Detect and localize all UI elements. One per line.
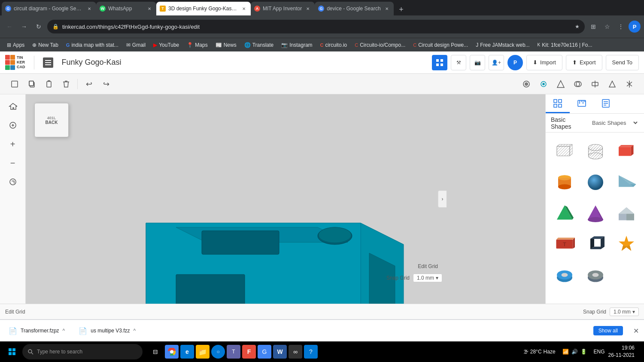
canvas-area[interactable]: 401L BACK bbox=[26, 94, 545, 304]
notes-tab[interactable] bbox=[594, 94, 618, 113]
chrome2-taskbar[interactable]: G bbox=[258, 345, 271, 359]
panel-collapse-arrow[interactable]: › bbox=[438, 190, 447, 208]
shape-wedge[interactable] bbox=[613, 169, 640, 196]
close-downloads-button[interactable]: ✕ bbox=[633, 327, 639, 335]
back-button[interactable]: ← bbox=[3, 21, 15, 33]
export-button[interactable]: ⬆ Export bbox=[566, 55, 602, 70]
bookmark-apps[interactable]: ⊞ Apps bbox=[3, 40, 28, 50]
files-taskbar[interactable]: 📁 bbox=[196, 345, 210, 359]
bookmark-news[interactable]: 📰 News bbox=[212, 40, 240, 50]
shape-box-solid[interactable] bbox=[613, 138, 640, 165]
help-app[interactable]: ? bbox=[304, 345, 318, 359]
align-button[interactable] bbox=[587, 76, 603, 92]
start-button[interactable] bbox=[3, 343, 21, 360]
send-to-button[interactable]: Send To bbox=[606, 55, 639, 70]
tab-circuit-diagram[interactable]: G circuit diagram - Google Search ✕ bbox=[2, 2, 96, 15]
tab-close-3[interactable]: ✕ bbox=[240, 5, 247, 12]
tab-app-inventor[interactable]: A MIT App Inventor ✕ bbox=[251, 2, 315, 15]
shape-star[interactable] bbox=[613, 230, 640, 258]
grid-view-button[interactable] bbox=[432, 55, 447, 70]
grid-tab[interactable] bbox=[546, 94, 570, 113]
extensions-icon[interactable]: ⊞ bbox=[587, 21, 599, 33]
shape-torus-2[interactable] bbox=[582, 261, 609, 289]
home-view-button[interactable] bbox=[4, 98, 21, 115]
new-tab-button[interactable]: + bbox=[395, 3, 407, 15]
edit-grid-label[interactable]: Edit Grid bbox=[5, 309, 25, 315]
unknown-app[interactable]: ∞ bbox=[289, 345, 302, 359]
show-all-button[interactable]: Show all bbox=[593, 326, 623, 335]
snap-point-button[interactable] bbox=[536, 76, 551, 92]
shape-sphere[interactable] bbox=[582, 169, 609, 196]
taskbar-search[interactable]: Type here to search bbox=[22, 344, 143, 359]
edge-taskbar[interactable]: e bbox=[180, 345, 194, 359]
battery-icon[interactable]: 🔋 bbox=[580, 349, 587, 355]
edit-grid-link[interactable]: Edit Grid bbox=[418, 263, 438, 269]
shape-cylinder-hole[interactable] bbox=[582, 138, 609, 165]
address-bar[interactable]: 🔒 tinkercad.com/things/c42fFtHxGgd-funky… bbox=[47, 20, 585, 33]
ruler-tab[interactable] bbox=[570, 94, 594, 113]
shape-roof[interactable] bbox=[613, 199, 640, 227]
boolean-button[interactable] bbox=[570, 76, 586, 92]
download-item-1[interactable]: 📄 Transformer.fzpz ^ bbox=[5, 325, 68, 337]
camera-button[interactable]: 📷 bbox=[470, 55, 485, 70]
object-info-button[interactable] bbox=[4, 173, 21, 190]
bookmark-circuit-power[interactable]: C Circuit design Powe... bbox=[410, 40, 471, 50]
tab-device-search[interactable]: G device - Google Search ✕ bbox=[315, 2, 393, 15]
bookmark-india-map[interactable]: G india map with stat... bbox=[63, 40, 122, 50]
f-app-taskbar[interactable]: F bbox=[242, 345, 256, 359]
paste-tool-button[interactable] bbox=[41, 76, 57, 92]
bookmark-instagram[interactable]: 📷 Instagram bbox=[278, 40, 316, 50]
bookmark-icon[interactable]: ☆ bbox=[601, 21, 613, 33]
viewport-cube[interactable]: 401L BACK bbox=[34, 103, 69, 137]
camera-view-button[interactable] bbox=[519, 76, 534, 92]
tab-close-5[interactable]: ✕ bbox=[383, 5, 390, 12]
fit-view-button[interactable] bbox=[4, 117, 21, 134]
undo-button[interactable]: ↩ bbox=[81, 76, 97, 92]
bookmark-youtube[interactable]: ▶ YouTube bbox=[150, 40, 182, 50]
shape-text[interactable]: T bbox=[551, 230, 578, 258]
shape-cone[interactable] bbox=[582, 199, 609, 227]
refresh-button[interactable]: ↻ bbox=[33, 21, 45, 33]
tab-close-1[interactable]: ✕ bbox=[86, 5, 93, 12]
bookmark-circuito-compo[interactable]: C Circuito-io/Compo... bbox=[351, 40, 409, 50]
zoom-out-button[interactable]: − bbox=[4, 154, 21, 172]
copy-tool-button[interactable] bbox=[24, 76, 39, 92]
cortana-taskbar[interactable]: ○ bbox=[211, 345, 225, 359]
redo-button[interactable]: ↪ bbox=[98, 76, 114, 92]
bookmark-kit[interactable]: K Kit: 1fce70e116 | Fo... bbox=[534, 40, 596, 50]
tab-close-4[interactable]: ✕ bbox=[304, 5, 311, 12]
design-tool-button[interactable]: ⚒ bbox=[451, 55, 466, 70]
tab-tinkercad[interactable]: T 3D design Funky Gogo-Kasi | Tin... ✕ bbox=[156, 2, 251, 15]
bookmark-jamstack[interactable]: J Free JAMstack web... bbox=[472, 40, 533, 50]
add-user-button[interactable]: 👤+ bbox=[489, 55, 504, 70]
tab-close-2[interactable]: ✕ bbox=[146, 5, 153, 12]
bookmark-maps[interactable]: 📍 Maps bbox=[183, 40, 211, 50]
user-profile-button[interactable]: P bbox=[507, 55, 523, 70]
bookmark-translate[interactable]: 🌐 Translate bbox=[241, 40, 277, 50]
taskview-button[interactable]: ⊟ bbox=[148, 344, 163, 359]
forward-button[interactable]: → bbox=[18, 21, 30, 33]
delete-tool-button[interactable] bbox=[58, 76, 74, 92]
zoom-in-button[interactable]: + bbox=[4, 136, 21, 153]
snap-value-bottom[interactable]: 1.0 mm ▾ bbox=[610, 308, 639, 316]
shape-prism[interactable] bbox=[582, 230, 609, 258]
snap-value-button[interactable]: 1.0 mm ▾ bbox=[413, 274, 442, 282]
shape-torus[interactable] bbox=[551, 261, 578, 289]
mirror-button[interactable] bbox=[622, 76, 637, 92]
chrome-taskbar[interactable] bbox=[165, 345, 179, 359]
teams-taskbar[interactable]: T bbox=[227, 345, 240, 359]
bookmark-gmail[interactable]: ✉ Gmail bbox=[123, 40, 149, 50]
shape-select-button[interactable] bbox=[553, 76, 568, 92]
shapes-category-dropdown[interactable]: Basic Shapes Featured Text & Numbers bbox=[590, 119, 639, 127]
tab-whatsapp[interactable]: W WhatsApp ✕ bbox=[96, 2, 156, 15]
settings-icon[interactable]: ⋮ bbox=[615, 21, 627, 33]
wifi-icon[interactable]: 📶 bbox=[562, 349, 569, 355]
group-button[interactable] bbox=[605, 76, 620, 92]
word-taskbar[interactable]: W bbox=[273, 345, 287, 359]
menu-icon[interactable] bbox=[43, 57, 53, 68]
shape-box-hole[interactable] bbox=[551, 138, 578, 165]
import-button[interactable]: ⬇ Import bbox=[526, 55, 562, 70]
bookmark-circuito[interactable]: C circuito.io bbox=[317, 40, 351, 50]
profile-avatar[interactable]: P bbox=[629, 21, 641, 33]
bookmark-new-tab[interactable]: ⊕ New Tab bbox=[29, 40, 61, 50]
